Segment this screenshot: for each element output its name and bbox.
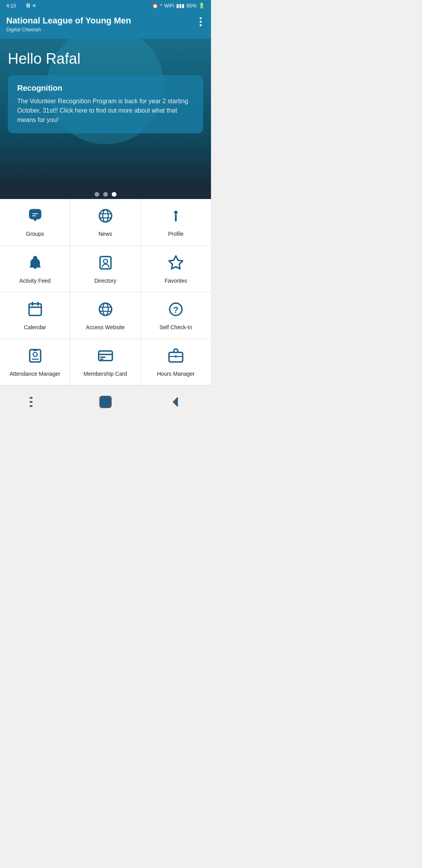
- svg-rect-25: [100, 357, 106, 358]
- grid-item-hours-manager[interactable]: Hours Manager: [141, 339, 211, 386]
- svg-point-13: [99, 303, 112, 316]
- dot-3[interactable]: [112, 192, 116, 197]
- grid-item-self-check-in[interactable]: ? Self Check-In: [141, 292, 211, 339]
- svg-rect-19: [30, 350, 41, 362]
- svg-rect-33: [100, 396, 111, 407]
- hero-card[interactable]: Recognition The Volunteer Recognition Pr…: [8, 75, 203, 133]
- news-label: News: [98, 230, 112, 237]
- battery-display: 85%: [186, 3, 197, 9]
- signal-icon: ▮▮▮: [176, 3, 184, 9]
- globe2-icon: [97, 301, 114, 320]
- bluetooth-icon: *: [160, 3, 162, 9]
- self-check-in-label: Self Check-In: [159, 324, 192, 331]
- avatar-icon: 👤: [18, 3, 24, 9]
- nav-home-button[interactable]: [89, 391, 122, 415]
- battery-icon: 🔋: [198, 3, 205, 9]
- grid-item-activity-feed[interactable]: Activity Feed: [0, 246, 70, 292]
- badge-icon: [27, 348, 43, 366]
- dot1: [200, 17, 202, 19]
- question-icon: ?: [168, 301, 184, 320]
- hero-greeting: Hello Rafal: [8, 50, 203, 67]
- svg-rect-22: [33, 349, 37, 351]
- svg-point-0: [99, 210, 112, 222]
- time-display: 4:15: [6, 3, 16, 9]
- status-right: ⏰ * WiFi ▮▮▮ 85% 🔋: [152, 3, 205, 9]
- activity-feed-label: Activity Feed: [19, 277, 50, 284]
- main-grid-menu: Groups News i Profile: [0, 199, 211, 386]
- grid-item-news[interactable]: News: [70, 199, 141, 246]
- hours-manager-label: Hours Manager: [157, 370, 195, 377]
- membership-card-label: Membership Card: [84, 370, 127, 377]
- nav-back-button[interactable]: [160, 391, 192, 415]
- app-title: National League of Young Men: [6, 16, 131, 26]
- overflow-menu-button[interactable]: [197, 16, 205, 28]
- b-icon: B: [26, 2, 30, 9]
- grid-item-directory[interactable]: Directory: [70, 246, 141, 292]
- dot3: [200, 24, 202, 26]
- attendance-manager-label: Attendance Manager: [10, 370, 61, 377]
- grid-item-profile[interactable]: i Profile: [141, 199, 211, 246]
- grid-item-access-website[interactable]: Access Website: [70, 292, 141, 339]
- app-subtitle: Digital Cheetah: [6, 27, 131, 32]
- access-website-label: Access Website: [86, 324, 125, 331]
- profile-label: Profile: [168, 230, 184, 237]
- svg-point-14: [103, 303, 108, 316]
- bell-icon: [27, 255, 43, 273]
- calendar-icon: [27, 301, 43, 320]
- grid-item-groups[interactable]: Groups: [0, 199, 70, 246]
- grid-item-favorites[interactable]: Favorites: [141, 246, 211, 292]
- header-text: National League of Young Men Digital Che…: [6, 16, 131, 32]
- svg-point-8: [103, 259, 107, 264]
- info-icon: i: [168, 208, 184, 226]
- dot2: [200, 21, 202, 23]
- briefcase-icon: [168, 348, 184, 366]
- dot-2[interactable]: [103, 192, 108, 197]
- status-left: 4:15 👤 B ✳: [6, 2, 36, 9]
- star-icon: [168, 255, 184, 273]
- chat-icon: [27, 208, 43, 226]
- bottom-navigation: [0, 386, 211, 420]
- card-icon: [97, 348, 114, 366]
- alarm-icon: ⏰: [152, 3, 158, 9]
- svg-point-1: [103, 210, 108, 222]
- svg-point-20: [33, 352, 37, 357]
- carousel-indicator: [0, 187, 211, 199]
- calendar-label: Calendar: [24, 324, 46, 331]
- grid-item-membership-card[interactable]: Membership Card: [70, 339, 141, 386]
- grid-item-attendance-manager[interactable]: Attendance Manager: [0, 339, 70, 386]
- favorites-label: Favorites: [165, 277, 187, 284]
- directory-label: Directory: [94, 277, 116, 284]
- groups-label: Groups: [26, 230, 44, 237]
- dot-1[interactable]: [95, 192, 99, 197]
- status-bar: 4:15 👤 B ✳ ⏰ * WiFi ▮▮▮ 85% 🔋: [0, 0, 211, 11]
- svg-rect-26: [100, 359, 104, 360]
- wifi-icon: WiFi: [164, 3, 174, 9]
- contact-card-icon: [97, 255, 114, 273]
- hero-card-body: The Volunteer Recognition Program is bac…: [17, 97, 194, 125]
- hero-card-title: Recognition: [17, 84, 194, 93]
- nav-menu-button[interactable]: [19, 391, 51, 415]
- brightness-icon: ✳: [32, 3, 36, 9]
- svg-point-4: [174, 211, 178, 214]
- svg-rect-9: [29, 304, 41, 316]
- hero-banner: Hello Rafal Recognition The Volunteer Re…: [0, 39, 211, 187]
- app-header: National League of Young Men Digital Che…: [0, 11, 211, 39]
- globe-icon: [97, 208, 114, 226]
- svg-text:?: ?: [173, 305, 179, 315]
- grid-item-calendar[interactable]: Calendar: [0, 292, 70, 339]
